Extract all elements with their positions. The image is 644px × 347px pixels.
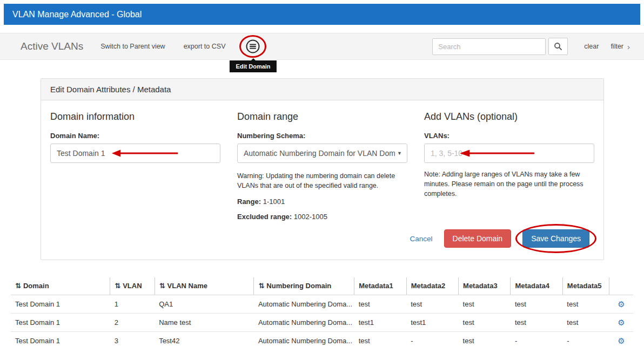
column-header-vlan[interactable]: ⇅VLAN <box>110 277 155 295</box>
table-cell: test <box>511 295 562 314</box>
sort-icon: ⇅ <box>15 282 21 290</box>
column-label: Metadata4 <box>515 282 549 290</box>
vlans-input-wrap <box>424 144 594 163</box>
table-cell: Name test <box>155 314 254 332</box>
table-cell: Test Domain 1 <box>11 332 110 347</box>
table-cell: Test Domain 1 <box>11 314 110 332</box>
toolbar-title: Active VLANs <box>21 40 83 52</box>
column-header-metadata1: Metadata1 <box>354 277 406 295</box>
filter-label: filter <box>611 43 623 50</box>
table-cell: test <box>459 295 511 314</box>
column-label: Metadata5 <box>567 282 602 290</box>
table-cell: test <box>562 314 609 332</box>
chevron-right-icon: › <box>627 43 630 51</box>
column-header-vlan-name[interactable]: ⇅VLAN Name <box>155 277 254 295</box>
column-label: VLAN <box>123 282 142 290</box>
gear-icon[interactable]: ⚙ <box>618 336 625 345</box>
table-cell: 3 <box>110 332 155 347</box>
table-cell: - <box>562 332 609 347</box>
edit-domain-tooltip: Edit Domain <box>230 60 276 72</box>
edit-domain-menu-wrap: Edit Domain <box>245 38 261 55</box>
domain-name-label: Domain Name: <box>50 132 220 140</box>
cancel-link[interactable]: Cancel <box>410 235 433 243</box>
table-cell: 1 <box>110 295 155 314</box>
panel-title: Edit Domain Attributes / Metadata <box>50 85 171 94</box>
column-header-metadata5: Metadata5 <box>562 277 609 295</box>
switch-parent-view-link[interactable]: Switch to Parent view <box>100 43 165 50</box>
numbering-schema-label: Numbering Schema: <box>237 132 407 140</box>
table-cell: Test Domain 1 <box>11 295 110 314</box>
search-button[interactable] <box>548 38 568 55</box>
add-vlans-heading: Add VLANs (optional) <box>424 111 594 123</box>
column-header-numbering-domain[interactable]: ⇅Numbering Domain <box>254 277 354 295</box>
table-row: Test Domain 13Test42Automatic Numbering … <box>11 332 633 347</box>
export-csv-link[interactable]: export to CSV <box>184 43 226 50</box>
domain-name-input[interactable] <box>50 144 220 163</box>
column-header-metadata4: Metadata4 <box>511 277 562 295</box>
excluded-range-value: 1002-1005 <box>294 213 327 221</box>
vlans-label: VLANs: <box>424 132 594 140</box>
column-label: Metadata1 <box>359 282 393 290</box>
table-cell: test <box>354 332 406 347</box>
vlans-input[interactable] <box>424 144 594 163</box>
table-cell: Automatic Numbering Doma... <box>254 332 354 347</box>
save-changes-button[interactable]: Save Changes <box>522 229 589 248</box>
actions-cell: ⚙ <box>609 295 633 314</box>
domain-information-section: Domain information Domain Name: <box>50 109 220 221</box>
column-label: Metadata3 <box>463 282 498 290</box>
table-cell: test <box>562 295 609 314</box>
column-label: Metadata2 <box>411 282 446 290</box>
page-header: VLAN Manage Advanced - Global <box>4 4 640 25</box>
table-cell: Automatic Numbering Doma... <box>254 314 354 332</box>
panel-actions: Cancel Delete Domain Save Changes <box>41 221 603 260</box>
table-cell: Automatic Numbering Doma... <box>254 295 354 314</box>
table-cell: - <box>406 332 458 347</box>
vlan-table: ⇅Domain⇅VLAN⇅VLAN Name⇅Numbering DomainM… <box>11 277 633 347</box>
numbering-schema-select[interactable]: Automatic Numbering Domain for VLAN Doma… <box>237 144 407 163</box>
column-label: Domain <box>23 282 49 290</box>
vlan-table-head: ⇅Domain⇅VLAN⇅VLAN Name⇅Numbering DomainM… <box>11 277 633 295</box>
table-cell: test1 <box>406 314 458 332</box>
column-label: VLAN Name <box>167 282 207 290</box>
range-line: Range: 1-1001 <box>237 198 407 206</box>
hamburger-menu-button[interactable] <box>245 38 261 55</box>
table-cell: 2 <box>110 314 155 332</box>
save-changes-wrap: Save Changes <box>522 229 589 248</box>
clear-link[interactable]: clear <box>584 43 599 50</box>
actions-cell: ⚙ <box>609 332 633 347</box>
table-row: Test Domain 11QA1Automatic Numbering Dom… <box>11 295 633 314</box>
table-cell: QA1 <box>155 295 254 314</box>
range-value: 1-1001 <box>263 198 285 206</box>
excluded-range-line: Excluded range: 1002-1005 <box>237 213 407 221</box>
table-cell: Test42 <box>155 332 254 347</box>
gear-icon[interactable]: ⚙ <box>618 318 625 327</box>
tooltip-label: Edit Domain <box>236 63 270 70</box>
search-input[interactable] <box>432 38 546 55</box>
range-label: Range: <box>237 198 261 206</box>
domain-range-heading: Domain range <box>237 111 407 123</box>
sort-icon: ⇅ <box>258 282 264 290</box>
numbering-schema-value: Automatic Numbering Domain for VLAN Doma <box>244 149 395 158</box>
add-vlans-note: Note: Adding large ranges of VLANs may t… <box>424 169 594 199</box>
vlan-table-body: Test Domain 11QA1Automatic Numbering Dom… <box>11 295 633 347</box>
table-cell: test <box>406 295 458 314</box>
sort-icon: ⇅ <box>159 282 165 290</box>
table-cell: test <box>459 314 511 332</box>
add-vlans-section: Add VLANs (optional) VLANs: Note: Adding… <box>424 109 594 221</box>
table-row: Test Domain 12Name testAutomatic Numberi… <box>11 314 633 332</box>
page-title: VLAN Manage Advanced - Global <box>12 10 142 19</box>
table-cell: test <box>459 332 511 347</box>
table-cell: test <box>511 314 562 332</box>
column-header-domain[interactable]: ⇅Domain <box>11 277 110 295</box>
domain-range-section: Domain range Numbering Schema: Automatic… <box>237 109 407 221</box>
actions-cell: ⚙ <box>609 314 633 332</box>
delete-domain-button[interactable]: Delete Domain <box>444 229 512 248</box>
gear-icon[interactable]: ⚙ <box>618 300 625 309</box>
table-cell: test <box>354 295 406 314</box>
column-label: Numbering Domain <box>266 282 331 290</box>
range-warning-text: Warning: Updating the numbering domain c… <box>237 171 407 190</box>
column-header-metadata2: Metadata2 <box>406 277 458 295</box>
search-icon <box>554 42 562 51</box>
column-header-actions <box>609 277 633 295</box>
filter-link[interactable]: filter › <box>611 43 630 51</box>
